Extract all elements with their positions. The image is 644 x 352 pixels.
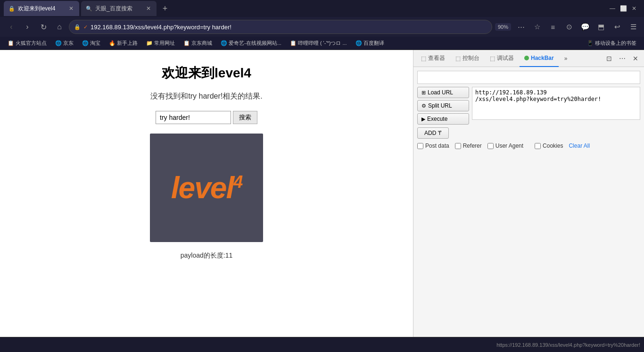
tab-baidu[interactable]: 🔍 天眼_百度搜索 ✕ — [81, 1, 157, 16]
devtools-close-button[interactable]: ✕ — [630, 53, 641, 64]
referer-checkbox[interactable] — [455, 143, 461, 149]
bookmark-jd[interactable]: 🌐 京东 — [51, 39, 77, 48]
level-logo-box: level4 — [150, 134, 263, 242]
mobile-icon: 📱 — [587, 40, 594, 46]
status-url: https://192.168.89.139/xss/level4.php?ke… — [496, 342, 640, 348]
bookmark-common[interactable]: 📁 常用网址 — [142, 39, 179, 48]
load-url-label: Load URL — [428, 89, 453, 96]
bookmark-taobao[interactable]: 🌐 淘宝 — [78, 39, 104, 48]
main-area: 欢迎来到level4 没有找到和try harder!相关的结果. 搜索 lev… — [0, 50, 644, 337]
taskbar: https://192.168.89.139/xss/level4.php?ke… — [0, 337, 644, 352]
bookmark-label-2: 京东 — [63, 40, 74, 47]
nav-actions: 90% ⋯ ☆ ≡ ⊙ 💬 ⬒ ↩ ☰ — [495, 21, 639, 33]
inspector-label: 查看器 — [428, 54, 445, 62]
menu-button[interactable]: ☰ — [627, 21, 639, 33]
referer-checkbox-label[interactable]: Referer — [455, 142, 482, 149]
bookmark-jdmall[interactable]: 📋 京东商城 — [180, 39, 216, 48]
bookmark-icon-9: 🌐 — [355, 40, 362, 46]
bookmark-label-8: 哔哩哔哩 ( '-'*)つロ ... — [298, 40, 347, 47]
new-tab-button[interactable]: + — [158, 2, 172, 15]
tab-level4[interactable]: 🔒 欢迎来到level4 ✕ — [4, 1, 79, 16]
clear-all-button[interactable]: Clear All — [569, 142, 590, 149]
devtools-menu-button[interactable]: ⋯ — [617, 53, 628, 64]
back-button[interactable]: ‹ — [5, 20, 18, 34]
hackbar-label: HackBar — [531, 55, 554, 61]
search-result-text: 没有找到和try harder!相关的结果. — [150, 92, 262, 101]
bookmark-newuser[interactable]: 🔥 新手上路 — [105, 39, 141, 48]
nav-bar: ‹ › ↻ ⌂ 🔒 ✓ 192.168.89.139/xss/level4.ph… — [0, 17, 644, 37]
chat-button[interactable]: 💬 — [579, 21, 591, 33]
tab-console[interactable]: ⬚ 控制台 — [451, 52, 484, 65]
level-logo: level4 — [171, 170, 242, 205]
execute-label: Execute — [427, 116, 447, 122]
hackbar-top-input-row — [417, 71, 640, 84]
console-label: 控制台 — [462, 54, 479, 62]
tab-hackbar[interactable]: HackBar — [520, 50, 559, 67]
window-controls: — ⬜ ✕ — [610, 5, 640, 12]
zoom-level[interactable]: 90% — [495, 23, 511, 31]
user-agent-checkbox-label[interactable]: User Agent — [487, 142, 523, 149]
execute-button[interactable]: ▶ Execute — [417, 113, 469, 125]
load-url-icon: ⊞ — [421, 90, 426, 96]
hackbar-top-input[interactable] — [417, 71, 640, 84]
page-content: 欢迎来到level4 没有找到和try harder!相关的结果. 搜索 lev… — [0, 50, 413, 337]
forward-button[interactable]: › — [21, 20, 34, 34]
mobile-bookmarks-button[interactable]: 📱 移动设备上的书签 — [583, 39, 640, 48]
bookmark-baidu-translate[interactable]: 🌐 百度翻译 — [352, 39, 388, 48]
user-agent-checkbox[interactable] — [487, 143, 494, 149]
search-button[interactable]: 搜索 — [233, 111, 257, 124]
bookmarks-right: 📱 移动设备上的书签 — [583, 39, 640, 48]
bookmark-icon-2: 🌐 — [55, 40, 62, 46]
tab-close-1[interactable]: ✕ — [68, 4, 74, 13]
bookmark-icon-3: 🌐 — [82, 40, 89, 46]
bookmark-foxofficial[interactable]: 📋 火狐官方站点 — [4, 39, 50, 48]
bookmark-icon-7: 🌐 — [221, 40, 227, 46]
cookies-checkbox[interactable] — [535, 143, 541, 149]
refresh-button[interactable]: ↻ — [37, 20, 50, 34]
minimize-button[interactable]: — — [610, 5, 615, 12]
search-input[interactable] — [156, 111, 231, 124]
home-button[interactable]: ⌂ — [53, 20, 66, 34]
tab-inspector[interactable]: ⬚ 查看器 — [416, 52, 450, 65]
address-bar[interactable]: 🔒 ✓ 192.168.89.139/xss/level4.php?keywor… — [69, 20, 492, 34]
hackbar-left-buttons: ⊞ Load URL ⚙ Split URL ▶ Execute — [417, 87, 469, 125]
reader-view-button[interactable]: ≡ — [547, 21, 559, 33]
add-button[interactable]: ADD 'f' — [417, 127, 449, 139]
inspector-icon: ⬚ — [421, 55, 426, 62]
bookmark-iqiyi[interactable]: 🌐 爱奇艺-在线视频网站... — [217, 39, 285, 48]
hackbar-content: ⊞ Load URL ⚙ Split URL ▶ Execute http://… — [413, 67, 644, 337]
maximize-button[interactable]: ⬜ — [620, 5, 627, 12]
dock-button[interactable]: ⊡ — [603, 53, 615, 64]
tab-label-2: 天眼_百度搜索 — [95, 5, 142, 13]
page-title: 欢迎来到level4 — [162, 64, 251, 82]
console-icon: ⬚ — [455, 55, 461, 62]
tab-favicon-1: 🔒 — [8, 5, 15, 12]
screenshot-button[interactable]: ⬒ — [595, 21, 607, 33]
history-back-button[interactable]: ↩ — [611, 21, 623, 33]
post-data-checkbox[interactable] — [417, 143, 423, 149]
split-url-label: Split URL — [428, 102, 452, 109]
cookies-label: Cookies — [543, 142, 563, 149]
hackbar-checkboxes: Post data Referer User Agent Cookies — [417, 142, 640, 150]
cookies-checkbox-label[interactable]: Cookies — [535, 142, 563, 149]
tab-close-2[interactable]: ✕ — [145, 4, 152, 13]
title-bar: 🔒 欢迎来到level4 ✕ 🔍 天眼_百度搜索 ✕ + — ⬜ ✕ — [0, 0, 644, 17]
more-options-button[interactable]: ⋯ — [515, 21, 527, 33]
hackbar-buttons-row: ⊞ Load URL ⚙ Split URL ▶ Execute http://… — [417, 87, 640, 125]
hackbar-url-textarea[interactable]: http://192.168.89.139 /xss/level4.php?ke… — [472, 87, 640, 120]
bookmark-icon-5: 📁 — [146, 40, 153, 46]
bookmark-label-4: 新手上路 — [117, 40, 138, 47]
post-data-label: Post data — [425, 142, 449, 149]
tab-debugger[interactable]: ⬚ 调试器 — [485, 52, 519, 65]
bookmark-bilibili[interactable]: 📋 哔哩哔哩 ( '-'*)つロ ... — [286, 39, 351, 48]
tab-favicon-2: 🔍 — [86, 5, 92, 12]
bookmark-label-7: 爱奇艺-在线视频网站... — [229, 40, 281, 47]
sync-button[interactable]: ⊙ — [563, 21, 575, 33]
split-url-button[interactable]: ⚙ Split URL — [417, 100, 469, 111]
load-url-button[interactable]: ⊞ Load URL — [417, 87, 469, 98]
bookmark-button[interactable]: ☆ — [531, 21, 543, 33]
post-data-checkbox-label[interactable]: Post data — [417, 142, 449, 149]
close-window-button[interactable]: ✕ — [632, 5, 636, 12]
more-tabs-button[interactable]: » — [560, 52, 572, 65]
bookmark-label-6: 京东商城 — [191, 40, 212, 47]
